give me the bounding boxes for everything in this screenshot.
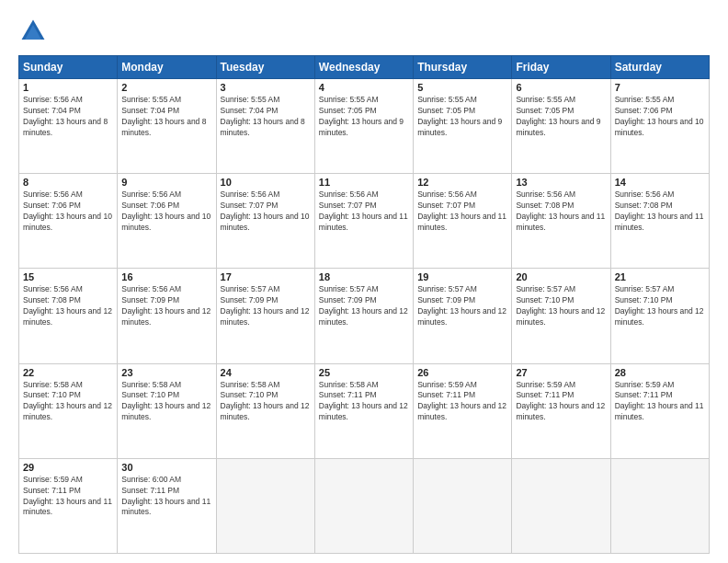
day-cell-1: 1 Sunrise: 5:56 AM Sunset: 7:04 PM Dayli… — [19, 79, 118, 174]
day-info: Sunrise: 5:59 AM Sunset: 7:11 PM Dayligh… — [615, 380, 705, 424]
day-cell-6: 6 Sunrise: 5:55 AM Sunset: 7:05 PM Dayli… — [512, 79, 610, 174]
day-info: Sunrise: 5:56 AM Sunset: 7:09 PM Dayligh… — [121, 284, 211, 328]
day-cell-15: 15 Sunrise: 5:56 AM Sunset: 7:08 PM Dayl… — [19, 269, 118, 363]
day-info: Sunrise: 5:57 AM Sunset: 7:09 PM Dayligh… — [319, 284, 409, 328]
day-number: 9 — [121, 177, 211, 188]
day-info: Sunrise: 5:56 AM Sunset: 7:07 PM Dayligh… — [417, 190, 507, 234]
day-number: 12 — [417, 177, 507, 188]
logo-icon — [18, 17, 48, 46]
day-number: 27 — [516, 367, 606, 378]
day-cell-9: 9 Sunrise: 5:56 AM Sunset: 7:06 PM Dayli… — [118, 174, 216, 269]
week-row: 1 Sunrise: 5:56 AM Sunset: 7:04 PM Dayli… — [19, 79, 710, 174]
day-cell-19: 19 Sunrise: 5:57 AM Sunset: 7:09 PM Dayl… — [414, 269, 512, 363]
day-number: 22 — [23, 367, 113, 378]
day-cell-3: 3 Sunrise: 5:55 AM Sunset: 7:04 PM Dayli… — [216, 79, 314, 174]
day-cell-5: 5 Sunrise: 5:55 AM Sunset: 7:05 PM Dayli… — [414, 79, 512, 174]
day-number: 11 — [319, 177, 409, 188]
day-info: Sunrise: 5:59 AM Sunset: 7:11 PM Dayligh… — [23, 475, 113, 519]
day-info: Sunrise: 5:56 AM Sunset: 7:08 PM Dayligh… — [23, 284, 113, 328]
day-number: 2 — [121, 82, 211, 93]
day-cell-24: 24 Sunrise: 5:58 AM Sunset: 7:10 PM Dayl… — [216, 363, 314, 458]
header-sunday: Sunday — [19, 56, 118, 79]
day-cell-17: 17 Sunrise: 5:57 AM Sunset: 7:09 PM Dayl… — [216, 269, 314, 363]
day-number: 19 — [417, 271, 507, 282]
empty-cell — [314, 458, 413, 553]
day-info: Sunrise: 5:55 AM Sunset: 7:05 PM Dayligh… — [417, 95, 507, 139]
day-number: 5 — [417, 82, 507, 93]
day-info: Sunrise: 5:55 AM Sunset: 7:05 PM Dayligh… — [516, 95, 606, 139]
day-number: 20 — [516, 271, 606, 282]
day-number: 4 — [319, 82, 409, 93]
header-thursday: Thursday — [414, 56, 512, 79]
header-saturday: Saturday — [610, 56, 709, 79]
day-number: 15 — [23, 271, 113, 282]
day-number: 26 — [417, 367, 507, 378]
day-info: Sunrise: 5:56 AM Sunset: 7:08 PM Dayligh… — [516, 190, 606, 234]
day-info: Sunrise: 5:59 AM Sunset: 7:11 PM Dayligh… — [417, 380, 507, 424]
day-info: Sunrise: 5:55 AM Sunset: 7:04 PM Dayligh… — [121, 95, 211, 139]
empty-cell — [610, 458, 709, 553]
week-row: 22 Sunrise: 5:58 AM Sunset: 7:10 PM Dayl… — [19, 363, 710, 458]
header-tuesday: Tuesday — [216, 56, 314, 79]
page: Sunday Monday Tuesday Wednesday Thursday… — [0, 0, 728, 563]
day-cell-28: 28 Sunrise: 5:59 AM Sunset: 7:11 PM Dayl… — [610, 363, 709, 458]
day-info: Sunrise: 5:58 AM Sunset: 7:10 PM Dayligh… — [121, 380, 211, 424]
day-number: 24 — [221, 367, 311, 378]
empty-cell — [414, 458, 512, 553]
day-cell-14: 14 Sunrise: 5:56 AM Sunset: 7:08 PM Dayl… — [610, 174, 709, 269]
week-row: 29 Sunrise: 5:59 AM Sunset: 7:11 PM Dayl… — [19, 458, 710, 553]
day-info: Sunrise: 5:55 AM Sunset: 7:04 PM Dayligh… — [221, 95, 311, 139]
day-number: 28 — [615, 367, 705, 378]
empty-cell — [512, 458, 610, 553]
week-row: 15 Sunrise: 5:56 AM Sunset: 7:08 PM Dayl… — [19, 269, 710, 363]
day-cell-16: 16 Sunrise: 5:56 AM Sunset: 7:09 PM Dayl… — [118, 269, 216, 363]
day-info: Sunrise: 6:00 AM Sunset: 7:11 PM Dayligh… — [121, 475, 211, 519]
logo — [18, 17, 51, 46]
day-number: 6 — [516, 82, 606, 93]
day-info: Sunrise: 5:59 AM Sunset: 7:11 PM Dayligh… — [516, 380, 606, 424]
day-cell-29: 29 Sunrise: 5:59 AM Sunset: 7:11 PM Dayl… — [19, 458, 118, 553]
day-info: Sunrise: 5:58 AM Sunset: 7:10 PM Dayligh… — [221, 380, 311, 424]
day-cell-18: 18 Sunrise: 5:57 AM Sunset: 7:09 PM Dayl… — [314, 269, 413, 363]
day-cell-4: 4 Sunrise: 5:55 AM Sunset: 7:05 PM Dayli… — [314, 79, 413, 174]
day-cell-23: 23 Sunrise: 5:58 AM Sunset: 7:10 PM Dayl… — [118, 363, 216, 458]
day-number: 10 — [221, 177, 311, 188]
day-info: Sunrise: 5:57 AM Sunset: 7:10 PM Dayligh… — [516, 284, 606, 328]
day-number: 29 — [23, 462, 113, 473]
day-number: 25 — [319, 367, 409, 378]
day-cell-7: 7 Sunrise: 5:55 AM Sunset: 7:06 PM Dayli… — [610, 79, 709, 174]
day-cell-25: 25 Sunrise: 5:58 AM Sunset: 7:11 PM Dayl… — [314, 363, 413, 458]
day-cell-12: 12 Sunrise: 5:56 AM Sunset: 7:07 PM Dayl… — [414, 174, 512, 269]
day-number: 23 — [121, 367, 211, 378]
day-info: Sunrise: 5:56 AM Sunset: 7:07 PM Dayligh… — [221, 190, 311, 234]
day-number: 18 — [319, 271, 409, 282]
day-cell-13: 13 Sunrise: 5:56 AM Sunset: 7:08 PM Dayl… — [512, 174, 610, 269]
header-monday: Monday — [118, 56, 216, 79]
day-number: 3 — [221, 82, 311, 93]
day-info: Sunrise: 5:58 AM Sunset: 7:11 PM Dayligh… — [319, 380, 409, 424]
day-number: 16 — [121, 271, 211, 282]
weekday-header-row: Sunday Monday Tuesday Wednesday Thursday… — [19, 56, 710, 79]
day-info: Sunrise: 5:56 AM Sunset: 7:07 PM Dayligh… — [319, 190, 409, 234]
day-info: Sunrise: 5:57 AM Sunset: 7:09 PM Dayligh… — [417, 284, 507, 328]
day-info: Sunrise: 5:57 AM Sunset: 7:09 PM Dayligh… — [221, 284, 311, 328]
day-cell-27: 27 Sunrise: 5:59 AM Sunset: 7:11 PM Dayl… — [512, 363, 610, 458]
day-number: 8 — [23, 177, 113, 188]
day-number: 14 — [615, 177, 705, 188]
empty-cell — [216, 458, 314, 553]
day-cell-8: 8 Sunrise: 5:56 AM Sunset: 7:06 PM Dayli… — [19, 174, 118, 269]
day-cell-21: 21 Sunrise: 5:57 AM Sunset: 7:10 PM Dayl… — [610, 269, 709, 363]
day-info: Sunrise: 5:55 AM Sunset: 7:06 PM Dayligh… — [615, 95, 705, 139]
day-info: Sunrise: 5:58 AM Sunset: 7:10 PM Dayligh… — [23, 380, 113, 424]
day-info: Sunrise: 5:56 AM Sunset: 7:04 PM Dayligh… — [23, 95, 113, 139]
day-cell-22: 22 Sunrise: 5:58 AM Sunset: 7:10 PM Dayl… — [19, 363, 118, 458]
day-number: 13 — [516, 177, 606, 188]
day-number: 1 — [23, 82, 113, 93]
day-cell-30: 30 Sunrise: 6:00 AM Sunset: 7:11 PM Dayl… — [118, 458, 216, 553]
day-number: 30 — [121, 462, 211, 473]
calendar-table: Sunday Monday Tuesday Wednesday Thursday… — [18, 55, 710, 554]
header-friday: Friday — [512, 56, 610, 79]
header — [18, 17, 710, 46]
day-info: Sunrise: 5:57 AM Sunset: 7:10 PM Dayligh… — [615, 284, 705, 328]
week-row: 8 Sunrise: 5:56 AM Sunset: 7:06 PM Dayli… — [19, 174, 710, 269]
